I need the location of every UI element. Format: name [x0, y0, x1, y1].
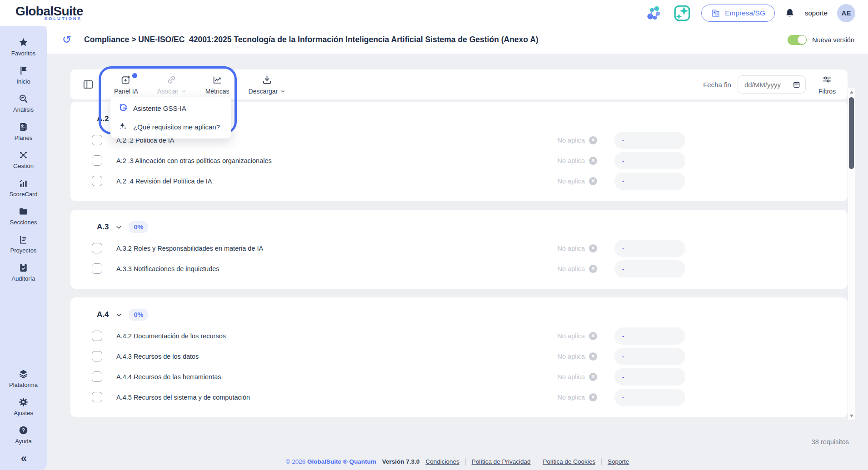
menu-item-que-requisitos[interactable]: ¿Qué requisitos me aplican? [110, 118, 231, 136]
section-rows: A.3.2 Roles y Responsabilidades en mater… [70, 238, 848, 279]
sidebar-item-ayuda[interactable]: ? Ayuda [0, 421, 47, 449]
star-icon [18, 37, 29, 48]
row-checkbox[interactable] [92, 331, 102, 341]
row-checkbox[interactable] [92, 155, 102, 166]
value-pill[interactable]: - [614, 368, 685, 386]
fecha-fin-input[interactable] [738, 75, 806, 94]
company-selector-button[interactable]: Empresa/SG [701, 5, 775, 22]
sidebar-item-label: Secciones [10, 219, 37, 226]
date-field[interactable] [744, 81, 789, 89]
asociar-button[interactable]: Asociar [155, 73, 188, 96]
sidebar-collapse-button[interactable]: « [21, 449, 26, 465]
row-checkbox[interactable] [92, 135, 102, 145]
notifications-bell-icon[interactable] [784, 8, 795, 19]
row-label: A.4.3 Recursos de los datos [116, 353, 537, 360]
requisitos-count: 38 requisitos [812, 438, 849, 445]
value-pill[interactable]: - [614, 389, 685, 406]
panel-ia-button[interactable]: Panel IA [112, 73, 140, 96]
nueva-version-toggle[interactable] [788, 35, 807, 45]
status-label: No aplica [558, 394, 585, 401]
section-id: A.4 [97, 310, 109, 319]
sidebar-item-secciones[interactable]: Secciones [0, 202, 47, 230]
sidebar-item-favoritos[interactable]: Favoritos [0, 33, 47, 61]
sidebar-item-proyectos[interactable]: Proyectos [0, 230, 47, 258]
sidebar-item-label: Planes [15, 134, 33, 141]
row-checkbox[interactable] [92, 176, 102, 186]
ai-sparkle-icon[interactable] [673, 4, 692, 23]
scroll-up-arrow[interactable] [848, 89, 855, 95]
status-label: No aplica [558, 332, 585, 340]
remove-status-icon[interactable] [589, 352, 597, 361]
filtros-button[interactable]: Filtros [818, 74, 836, 95]
status-label: No aplica [558, 245, 585, 252]
panel-layout-icon[interactable] [82, 79, 94, 90]
footer-link-privacidad[interactable]: Política de Privacidad [472, 458, 531, 465]
remove-status-icon[interactable] [589, 265, 597, 273]
section-rows: A.4.2 Documentación de los recursos No a… [70, 326, 848, 407]
row-label: A.4.2 Documentación de los recursos [116, 332, 537, 340]
chevron-down-icon[interactable] [115, 224, 122, 231]
row-checkbox[interactable] [92, 263, 102, 274]
value-pill[interactable]: - [614, 348, 685, 365]
remove-status-icon[interactable] [589, 157, 597, 165]
row-status: No aplica [537, 393, 597, 401]
row-label: A.3.3 Notificaciones de inquietudes [116, 265, 537, 272]
scrollbar-thumb[interactable] [849, 97, 854, 169]
sidebar-item-plataforma[interactable]: Plataforma [0, 365, 47, 393]
footer-separator [537, 458, 537, 465]
value-pill[interactable]: - [614, 132, 685, 149]
remove-status-icon[interactable] [589, 177, 597, 185]
scrollbar[interactable] [848, 88, 855, 421]
footer-link-cookies[interactable]: Política de Cookies [543, 458, 596, 465]
row-status: No aplica [537, 136, 597, 144]
breadcrumb-bar: ↺ Compliance > UNE-ISO/EC_42001:2025 Tec… [47, 26, 868, 54]
pill-value: - [622, 245, 624, 252]
plans-icon [18, 122, 29, 132]
pill-value: - [622, 178, 624, 185]
value-pill[interactable]: - [614, 240, 685, 257]
value-pill[interactable]: - [614, 173, 685, 190]
menu-item-label: ¿Qué requisitos me aplican? [133, 123, 220, 131]
back-undo-icon[interactable]: ↺ [62, 34, 71, 45]
sidebar-item-scorecard[interactable]: ScoreCard [0, 174, 47, 202]
scroll-down-arrow[interactable] [848, 413, 855, 419]
globalsuite-logo[interactable]: GlobalSuite SOLUTIONS [15, 5, 83, 21]
menu-item-asistente-gss-ia[interactable]: Asistente GSS-IA [110, 99, 231, 118]
section-id: A.3 [97, 223, 109, 232]
remove-status-icon[interactable] [589, 136, 597, 144]
sidebar-item-planes[interactable]: Planes [0, 118, 47, 146]
sidebar-item-gestion[interactable]: Gestión [0, 146, 47, 174]
metricas-button[interactable]: Métricas [204, 73, 231, 96]
remove-status-icon[interactable] [589, 332, 597, 340]
breadcrumb: Compliance > UNE-ISO/EC_42001:2025 Tecno… [84, 35, 539, 45]
molecule-apps-icon[interactable] [646, 5, 663, 22]
value-pill[interactable]: - [614, 260, 685, 277]
value-pill[interactable]: - [614, 327, 685, 345]
row-status: No aplica [537, 265, 597, 273]
row-checkbox[interactable] [92, 392, 102, 402]
fecha-fin-label: Fecha fin [703, 81, 731, 89]
row-checkbox[interactable] [92, 243, 102, 253]
sidebar-item-inicio[interactable]: Inicio [0, 61, 47, 89]
remove-status-icon[interactable] [589, 244, 597, 252]
support-user-label: soporte [805, 9, 828, 17]
row-checkbox[interactable] [92, 351, 102, 361]
row-label: A.2 .4 Revisión del Política de IA [116, 178, 537, 185]
value-pill[interactable]: - [614, 152, 685, 169]
row-checkbox[interactable] [92, 371, 102, 382]
sidebar-item-label: Análisis [13, 106, 34, 113]
sidebar-item-ajustes[interactable]: Ajustes [0, 393, 47, 421]
sidebar-item-analisis[interactable]: Análisis [0, 89, 47, 118]
descargar-button[interactable]: Descargar [247, 73, 288, 96]
sidebar-item-auditoria[interactable]: Auditoría [0, 258, 47, 287]
section-card: A.4 0% A.4.2 Documentación de los recurs… [70, 297, 848, 417]
footer-link-condiciones[interactable]: Condiciones [425, 458, 459, 465]
chevron-down-icon[interactable] [115, 312, 122, 318]
section-rows: A.2 .2 Política de IA No aplica - A.2 .3… [70, 130, 848, 191]
table-row: A.4.4 Recursos de las herramientas No ap… [70, 366, 848, 387]
remove-status-icon[interactable] [589, 393, 597, 401]
remove-status-icon[interactable] [589, 373, 597, 381]
status-label: No aplica [558, 157, 585, 164]
avatar[interactable]: AE [837, 4, 855, 22]
footer-link-soporte[interactable]: Soporte [608, 458, 629, 465]
